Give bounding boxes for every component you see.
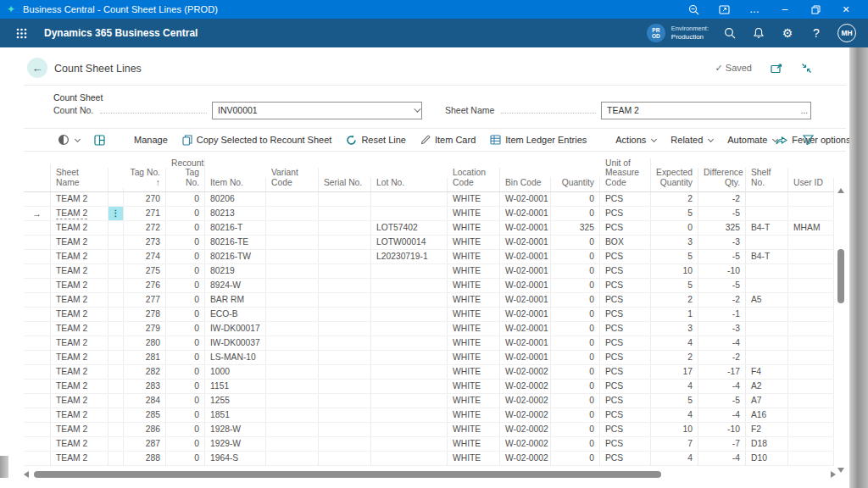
cell-user_id[interactable] (788, 437, 834, 451)
table-row[interactable]: TEAM 22810LS-MAN-10WHITEW-02-00010PCS2-2 (24, 351, 834, 365)
cell-bin_code[interactable]: W-02-0001 (500, 293, 551, 307)
row-selector[interactable] (24, 365, 51, 379)
cell-lot_no[interactable]: L20230719-1 (371, 250, 448, 263)
cell-expected_quantity[interactable]: 1 (651, 308, 698, 321)
cell-tag_no[interactable]: 280 (124, 336, 166, 350)
cell-recount_tag_no[interactable]: 0 (166, 236, 205, 249)
cell-expected_quantity[interactable]: 5 (651, 394, 698, 408)
cell-variant_code[interactable] (266, 336, 319, 350)
cell-expected_quantity[interactable]: 0 (651, 221, 698, 235)
row-selector[interactable]: → (24, 207, 51, 220)
cell-uom_code[interactable]: PCS (600, 437, 651, 451)
cell-expected_quantity[interactable]: 4 (651, 452, 698, 465)
column-header-expected_quantity[interactable]: Expected Quantity (651, 168, 698, 191)
cell-uom_code[interactable]: PCS (600, 380, 651, 393)
cell-shelf_no[interactable]: A2 (746, 380, 788, 393)
cell-sheet_name[interactable]: TEAM 2 (51, 452, 108, 465)
cell-difference_qty[interactable]: -5 (698, 279, 746, 292)
column-header-shelf_no[interactable]: Shelf No. (746, 168, 788, 191)
cell-bin_code[interactable]: W-02-0001 (500, 192, 551, 206)
cell-item_no[interactable]: 1000 (205, 365, 266, 379)
cell-variant_code[interactable] (266, 423, 319, 436)
table-row[interactable]: TEAM 228201000WHITEW-02-00020PCS17-17F4 (24, 365, 834, 380)
cell-variant_code[interactable] (266, 207, 319, 220)
cell-shelf_no[interactable]: A7 (746, 394, 788, 408)
close-button[interactable]: × (831, 0, 861, 19)
cell-variant_code[interactable] (266, 394, 319, 408)
cell-quantity[interactable]: 0 (551, 293, 600, 307)
cell-row_menu[interactable] (108, 236, 124, 249)
cell-user_id[interactable] (788, 236, 834, 249)
column-header-recount_tag_no[interactable]: Recount Tag No. (166, 158, 205, 191)
cell-recount_tag_no[interactable]: 0 (166, 380, 205, 393)
cell-recount_tag_no[interactable]: 0 (166, 437, 205, 451)
cell-difference_qty[interactable]: -5 (698, 394, 746, 408)
cell-quantity[interactable]: 0 (551, 437, 600, 451)
cell-item_no[interactable]: 80206 (205, 192, 266, 206)
cell-quantity[interactable]: 0 (551, 408, 600, 422)
row-selector[interactable] (24, 293, 51, 307)
cell-sheet_name[interactable]: TEAM 2 (51, 394, 108, 408)
cell-expected_quantity[interactable]: 2 (651, 192, 698, 206)
cell-bin_code[interactable]: W-02-0002 (500, 437, 551, 451)
row-selector[interactable] (24, 308, 51, 321)
cell-shelf_no[interactable]: F2 (746, 423, 788, 436)
row-selector[interactable] (24, 336, 51, 350)
cell-tag_no[interactable]: 272 (124, 221, 166, 235)
cell-bin_code[interactable]: W-02-0002 (500, 423, 551, 436)
cell-lot_no[interactable] (371, 336, 448, 350)
cell-item_no[interactable]: 80213 (205, 207, 266, 220)
cell-serial_no[interactable] (319, 192, 371, 206)
cell-shelf_no[interactable]: F4 (746, 365, 788, 379)
table-row[interactable]: TEAM 2273080216-TELOTW00014WHITEW-02-000… (24, 236, 834, 250)
cell-shelf_no[interactable] (746, 336, 788, 350)
row-selector[interactable] (24, 394, 51, 408)
cell-bin_code[interactable]: W-02-0002 (500, 365, 551, 379)
cell-uom_code[interactable]: PCS (600, 207, 651, 220)
cell-difference_qty[interactable]: -2 (698, 192, 746, 206)
cell-row_menu[interactable] (108, 365, 124, 379)
cell-variant_code[interactable] (266, 236, 319, 249)
cell-uom_code[interactable]: PCS (600, 452, 651, 465)
cell-serial_no[interactable] (319, 236, 371, 249)
cell-bin_code[interactable]: W-02-0001 (500, 236, 551, 249)
cell-location_code[interactable]: WHITE (448, 293, 500, 307)
table-row[interactable]: TEAM 228601928-WWHITEW-02-00020PCS10-10F… (24, 423, 834, 437)
cell-expected_quantity[interactable]: 17 (651, 365, 698, 379)
cell-difference_qty[interactable]: -10 (698, 264, 746, 278)
column-header-item_no[interactable]: Item No. (205, 178, 266, 191)
cell-sheet_name[interactable]: TEAM 2 (51, 322, 108, 336)
cell-row_menu[interactable] (108, 437, 124, 451)
cell-lot_no[interactable]: LOT57402 (371, 221, 448, 235)
cell-location_code[interactable]: WHITE (448, 365, 500, 379)
cell-tag_no[interactable]: 274 (124, 250, 166, 263)
cell-tag_no[interactable]: 281 (124, 351, 166, 364)
cell-variant_code[interactable] (266, 279, 319, 292)
cell-location_code[interactable]: WHITE (448, 221, 500, 235)
cell-lot_no[interactable] (371, 437, 448, 451)
cell-uom_code[interactable]: PCS (600, 250, 651, 263)
cell-expected_quantity[interactable]: 5 (651, 279, 698, 292)
cell-serial_no[interactable] (319, 452, 371, 465)
cell-variant_code[interactable] (266, 264, 319, 278)
cell-shelf_no[interactable] (746, 322, 788, 336)
cell-serial_no[interactable] (319, 293, 371, 307)
table-row[interactable]: TEAM 228301151WHITEW-02-00020PCS4-4A2 (24, 380, 834, 394)
cell-sheet_name[interactable]: TEAM 2 (51, 437, 108, 451)
cell-row_menu[interactable] (108, 264, 124, 278)
cell-shelf_no[interactable]: D10 (746, 452, 788, 465)
cell-shelf_no[interactable] (746, 207, 788, 220)
cell-row_menu[interactable]: ⋮ (108, 207, 124, 220)
cell-bin_code[interactable]: W-02-0001 (500, 322, 551, 336)
cell-bin_code[interactable]: W-02-0001 (500, 250, 551, 263)
scroll-up-arrow[interactable] (837, 188, 844, 193)
analyze-board-button[interactable] (94, 135, 105, 146)
cell-expected_quantity[interactable]: 7 (651, 437, 698, 451)
cell-location_code[interactable]: WHITE (448, 394, 500, 408)
cell-user_id[interactable] (788, 293, 834, 307)
share-icon[interactable] (776, 135, 787, 145)
reset-line-button[interactable]: Reset Line (346, 135, 406, 146)
cell-bin_code[interactable]: W-02-0001 (500, 351, 551, 364)
copy-selected-button[interactable]: Copy Selected to Recount Sheet (182, 135, 332, 146)
row-selector[interactable] (24, 192, 51, 206)
